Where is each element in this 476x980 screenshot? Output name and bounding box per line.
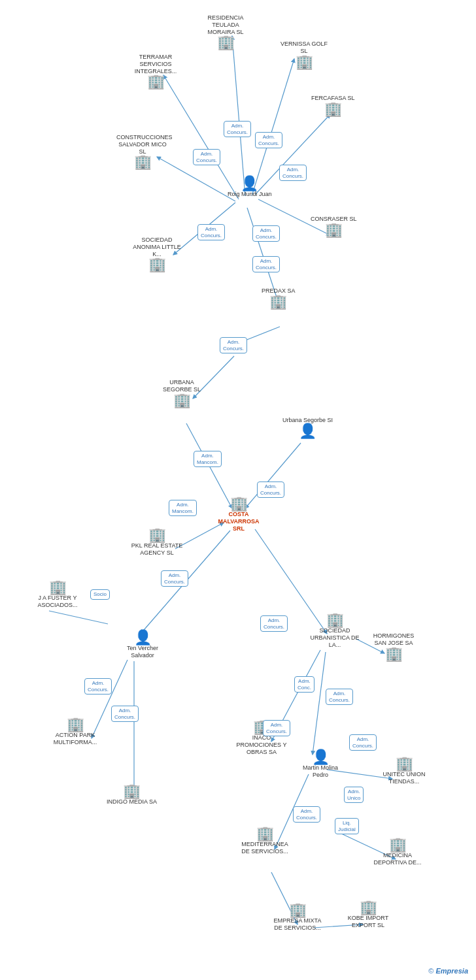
badge-adm-concurs-6[interactable]: Adm.Concurs. [252,256,280,272]
badge-adm-concurs-19[interactable]: Adm.Concurs. [263,720,290,736]
badge-adm-concurs-14[interactable]: Adm.Concurs. [84,678,112,694]
connection-lines [0,0,476,980]
badge-adm-concurs-20[interactable]: Adm.Concurs. [349,734,377,751]
badge-adm-concurs-3[interactable]: Adm.Concurs. [193,149,220,165]
person-icon-ten-vercher: 👤 [134,630,152,645]
building-icon-terramar: 🏢 [147,74,165,89]
node-empresa-mixta: 🏢 EMPRESA MIXTA DE SERVICIOS... [271,903,324,932]
building-icon-vernissa: 🏢 [296,55,313,69]
node-sociedad-urban: 🏢 SOCIEDAD URBANISTICA DE LA... [309,613,361,648]
building-icon-action-park: 🏢 [67,717,84,732]
node-action-park: 🏢 ACTION PARK MULTIFORMA... [49,717,101,746]
watermark-brand: Empresia [435,967,468,975]
node-sociedad-anonima: SOCIEDAD ANONIMA LITTLE K... 🏢 [131,237,183,272]
node-ten-vercher: 👤 Ten Vercher Salvador [116,630,169,659]
node-residencia: RESIDENCIA TEULADA MORAIRA SL 🏢 [199,14,252,50]
badge-adm-mancom-11[interactable]: Adm.Mancom. [169,500,197,516]
node-medicina-deportiva: 🏢 MEDICINA DEPORTIVA DE... [371,838,424,866]
badge-adm-concurs-10[interactable]: Adm.Concurs. [257,482,284,498]
person-icon-urbana-segorbe-si: 👤 [299,424,316,438]
node-kobe-import: 🏢 KOBE IMPORT EXPORT SL [342,900,394,929]
badge-adm-concurs-5[interactable]: Adm.Concurs. [252,225,280,242]
node-urbana-segorbe: URBANA SEGORBE SL 🏢 [156,379,208,408]
building-icon-residencia: 🏢 [217,35,235,50]
node-martin-molina: 👤 Martin Molina Pedro [294,750,347,779]
building-icon-sociedad-anonima: 🏢 [148,257,166,272]
node-terramar: TERRAMAR SERVICIOS INTEGRALES... 🏢 [129,54,182,89]
badge-adm-concurs-12[interactable]: Adm.Concurs. [161,570,188,587]
building-icon-fercafasa: 🏢 [324,102,342,116]
badge-adm-concurs-22[interactable]: Adm.Concurs. [293,806,320,823]
building-icon-kobe-import: 🏢 [360,900,377,915]
svg-line-18 [313,652,326,755]
building-icon-mediterranea: 🏢 [256,826,274,841]
badge-liq-judicial-23[interactable]: Liq.Judicial [335,818,359,834]
person-icon-martin-molina: 👤 [312,750,330,764]
building-icon-costa: 🏢 [230,497,248,511]
node-pkl-real: 🏢 PKL REAL ESTATE AGENCY SL [131,528,183,557]
building-icon-empresa-mixta: 🏢 [289,903,307,917]
node-consraser: CONSRASER SL 🏢 [311,216,357,237]
badge-adm-concurs-16[interactable]: Adm.Concurs. [260,615,288,632]
building-icon-ja-fuster: 🏢 [49,580,67,595]
node-unitec-union: 🏢 UNITEC UNION TIENDAS... [378,757,430,785]
node-indigo-media: 🏢 INDIGO MEDIA SA [107,784,157,806]
badge-adm-conc-17[interactable]: Adm.Conc. [294,676,314,693]
badge-adm-concurs-18[interactable]: Adm.Concurs. [326,689,353,705]
node-vernissa: VERNISSA GOLF SL 🏢 [278,41,330,69]
badge-adm-unico-21[interactable]: Adm.Unico [344,787,364,803]
svg-line-25 [49,611,108,624]
node-mediterranea: 🏢 MEDITERRANEA DE SERVICIOS... [239,826,291,855]
node-roig-mundi: 👤 Roig Mundi Juan [228,176,272,198]
node-ja-fuster: 🏢 J A FUSTER Y ASOCIADOS... [31,580,84,609]
building-icon-medicina-deportiva: 🏢 [389,838,407,852]
node-construcciones: CONSTRUCCIONES SALVADOR MICO SL 🏢 [116,134,169,169]
svg-line-0 [232,36,245,196]
building-icon-indigo-media: 🏢 [123,784,141,798]
building-icon-construcciones: 🏢 [134,155,152,169]
watermark-symbol: © [428,967,435,975]
building-icon-unitec-union: 🏢 [396,757,413,771]
building-icon-consraser: 🏢 [325,223,343,237]
building-icon-pkl-real: 🏢 [148,528,166,542]
node-urbana-segorbe-si: Urbana Segorbe SI 👤 [282,417,333,438]
badge-adm-concurs-4[interactable]: Adm.Concurs. [279,165,307,181]
person-icon-roig-mundi: 👤 [241,176,258,191]
node-costa: 🏢 COSTA MALVARROSA SRL [212,497,265,532]
badge-adm-concurs-8[interactable]: Adm.Concurs. [220,337,247,353]
diagram-container: RESIDENCIA TEULADA MORAIRA SL 🏢 VERNISSA… [0,0,476,980]
building-icon-hormigones: 🏢 [385,647,403,661]
node-hormigones: HORMIGONES SAN JOSE SA 🏢 [367,632,420,661]
building-icon-sociedad-urban: 🏢 [326,613,344,627]
building-icon-predax: 🏢 [269,295,287,309]
badge-socio-13[interactable]: Socio [90,589,110,600]
badge-adm-concurs-2[interactable]: Adm.Concurs. [255,132,282,148]
building-icon-urbana-segorbe: 🏢 [173,393,191,408]
badge-adm-mancom-9[interactable]: Adm.Mancom. [194,451,222,467]
badge-adm-concurs-7[interactable]: Adm.Concurs. [197,224,225,240]
node-predax: PREDAX SA 🏢 [262,287,296,309]
node-fercafasa: FERCAFASA SL 🏢 [311,95,355,116]
badge-adm-concurs-1[interactable]: Adm.Concurs. [224,121,251,137]
watermark: © Empresia [428,967,468,975]
badge-adm-concurs-15[interactable]: Adm.Concurs. [111,706,139,722]
